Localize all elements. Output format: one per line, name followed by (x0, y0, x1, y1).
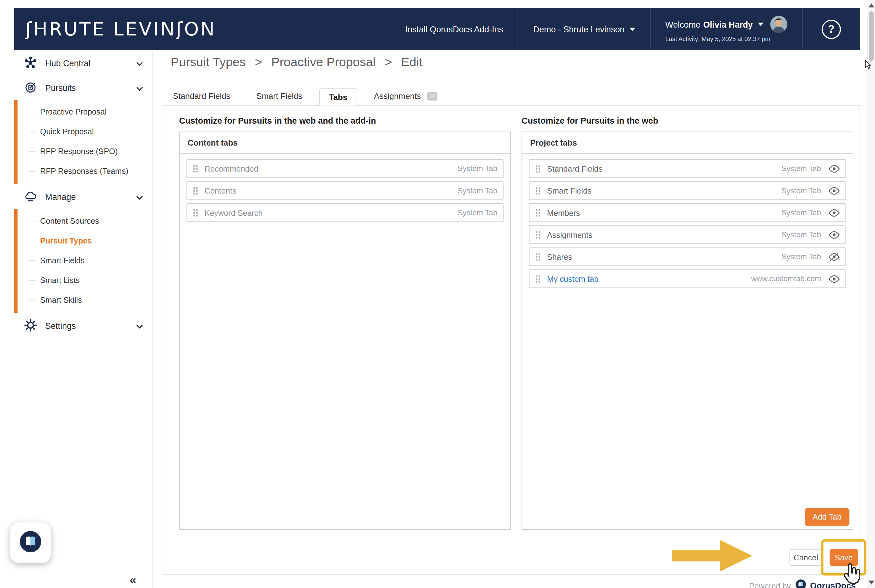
drag-handle-icon[interactable] (535, 230, 541, 239)
drag-handle-icon[interactable] (535, 208, 541, 217)
row-tag: www.customtab.com (751, 274, 821, 283)
row-tag: System Tab (782, 230, 821, 239)
row-tag: System Tab (782, 164, 821, 173)
row-label: Assignments (547, 230, 592, 239)
sidebar-item-hub-central[interactable]: Hub Central (14, 50, 152, 75)
chevron-down-icon (136, 192, 143, 201)
qorusdocs-logo-icon (795, 579, 806, 588)
breadcrumb-pursuit-types[interactable]: Pursuit Types (171, 55, 246, 69)
project-tab-row-my-custom-tab[interactable]: My custom tab www.customtab.com (529, 270, 846, 288)
qorus-launcher-button[interactable] (10, 522, 51, 563)
project-tabs-rows: Standard Fields System Tab Smart Fields (522, 154, 853, 294)
scrollbar-down-arrow-icon[interactable] (869, 581, 874, 585)
row-label: Standard Fields (547, 164, 603, 173)
row-tag: System Tab (782, 253, 821, 261)
tab-standard-fields[interactable]: Standard Fields (164, 87, 239, 105)
project-tab-row-shares[interactable]: Shares System Tab (529, 247, 846, 266)
powered-by-prefix: Powered by (749, 581, 791, 588)
install-addins-link[interactable]: Install QorusDocs Add-Ins (391, 8, 518, 50)
vertical-scrollbar[interactable] (868, 0, 875, 588)
sidebar-item-smart-skills[interactable]: Smart Skills (14, 290, 152, 309)
brand-logo: ʃHRUTE LEVINʃON (14, 8, 216, 50)
drag-handle-icon[interactable] (193, 208, 198, 217)
edit-tabs-bar: Standard Fields Smart Fields Tabs Assign… (164, 87, 454, 105)
sub-item-label: Smart Lists (40, 276, 80, 285)
scrollbar-thumb[interactable] (869, 11, 874, 61)
sidebar-item-smart-lists[interactable]: Smart Lists (14, 270, 152, 290)
visibility-eye-icon[interactable] (828, 231, 840, 238)
visibility-eye-icon[interactable] (828, 187, 840, 195)
user-name: Olivia Hardy (703, 20, 753, 29)
sub-item-label: Smart Fields (40, 256, 84, 265)
sidebar-item-rfp-response-spo[interactable]: RFP Response (SPO) (14, 141, 152, 161)
scrollbar-up-arrow-icon[interactable] (869, 3, 874, 8)
row-label: Shares (547, 252, 572, 261)
pointer-cursor-icon (863, 60, 873, 70)
content-tab-row-keyword-search[interactable]: Keyword Search System Tab (186, 203, 504, 222)
drag-handle-icon[interactable] (535, 252, 541, 261)
sub-item-label: RFP Response (SPO) (40, 147, 118, 156)
chevron-down-icon (758, 22, 764, 26)
row-tag: System Tab (782, 186, 821, 195)
chevron-down-icon (136, 321, 143, 330)
tenant-menu[interactable]: Demo - Shrute Levinson (518, 8, 650, 50)
project-tab-row-assignments[interactable]: Assignments System Tab (529, 225, 846, 244)
drag-handle-icon[interactable] (193, 186, 198, 195)
user-menu[interactable]: Welcome Olivia Hardy Last Activity: May … (650, 8, 802, 50)
row-tag: System Tab (457, 208, 497, 217)
tab-assignments[interactable]: Assignments 0 (365, 87, 446, 105)
qorus-book-icon (18, 530, 42, 556)
sidebar-collapse-button[interactable]: « (130, 573, 136, 587)
content-tabs-panel-title: Content tabs (180, 132, 510, 153)
project-tabs-panel-title: Project tabs (522, 132, 853, 153)
breadcrumb-proactive-proposal[interactable]: Proactive Proposal (271, 55, 376, 69)
row-tag: System Tab (457, 164, 497, 173)
help-icon: ? (822, 20, 841, 39)
drag-handle-icon[interactable] (535, 186, 541, 195)
sidebar-item-rfp-responses-teams[interactable]: RFP Responses (Teams) (14, 161, 152, 181)
row-label-link[interactable]: My custom tab (547, 274, 598, 284)
main-content: Pursuit Types > Proactive Proposal > Edi… (153, 50, 860, 588)
assignments-count-badge: 0 (427, 92, 437, 100)
visibility-eye-icon[interactable] (828, 165, 840, 172)
help-button[interactable]: ? (802, 8, 860, 50)
project-tab-row-smart-fields[interactable]: Smart Fields System Tab (529, 182, 846, 200)
install-addins-label: Install QorusDocs Add-Ins (405, 24, 503, 34)
sidebar-item-proactive-proposal[interactable]: Proactive Proposal (14, 102, 152, 122)
visibility-eye-icon[interactable] (828, 208, 840, 216)
avatar (770, 16, 787, 33)
project-tab-row-standard-fields[interactable]: Standard Fields System Tab (529, 159, 846, 178)
content-tabs-heading: Customize for Pursuits in the web and th… (179, 116, 511, 126)
last-activity: Last Activity: May 5, 2025 at 02:37 pm (665, 36, 770, 42)
drag-handle-icon[interactable] (535, 274, 541, 284)
content-tab-row-contents[interactable]: Contents System Tab (186, 182, 504, 200)
visibility-eye-off-icon[interactable] (828, 253, 840, 261)
project-tab-row-members[interactable]: Members System Tab (529, 203, 846, 222)
tab-tabs[interactable]: Tabs (319, 88, 357, 106)
content-tab-row-recommended[interactable]: Recommended System Tab (186, 159, 504, 178)
row-label: Members (547, 208, 580, 217)
sidebar-item-settings[interactable]: Settings (14, 313, 152, 338)
drag-handle-icon[interactable] (193, 164, 198, 173)
pursuits-submenu: Proactive Proposal Quick Proposal RFP Re… (14, 100, 152, 184)
sidebar-item-smart-fields[interactable]: Smart Fields (14, 250, 152, 270)
welcome-prefix: Welcome (665, 20, 701, 29)
sidebar-item-pursuit-types[interactable]: Pursuit Types (14, 230, 152, 250)
content-tabs-rows: Recommended System Tab Contents System T… (180, 154, 510, 228)
sidebar-item-quick-proposal[interactable]: Quick Proposal (14, 122, 152, 141)
sidebar-item-manage[interactable]: Manage (14, 184, 152, 209)
sidebar-item-content-sources[interactable]: Content Sources (14, 210, 152, 230)
gear-icon (24, 319, 37, 332)
help-glyph: ? (828, 23, 834, 36)
tab-assignments-label: Assignments (374, 92, 421, 101)
sidebar-item-pursuits[interactable]: Pursuits (14, 75, 152, 100)
add-tab-button[interactable]: Add Tab (805, 508, 849, 526)
content-tabs-section: Customize for Pursuits in the web and th… (179, 116, 511, 530)
drag-handle-icon[interactable] (535, 164, 541, 173)
visibility-eye-icon[interactable] (828, 275, 840, 283)
row-label: Recommended (205, 164, 259, 173)
tab-smart-fields[interactable]: Smart Fields (247, 87, 311, 105)
manage-submenu: Content Sources Pursuit Types Smart Fiel… (14, 209, 152, 313)
cancel-button[interactable]: Cancel (789, 549, 822, 566)
sidebar-item-label: Pursuits (45, 83, 76, 93)
